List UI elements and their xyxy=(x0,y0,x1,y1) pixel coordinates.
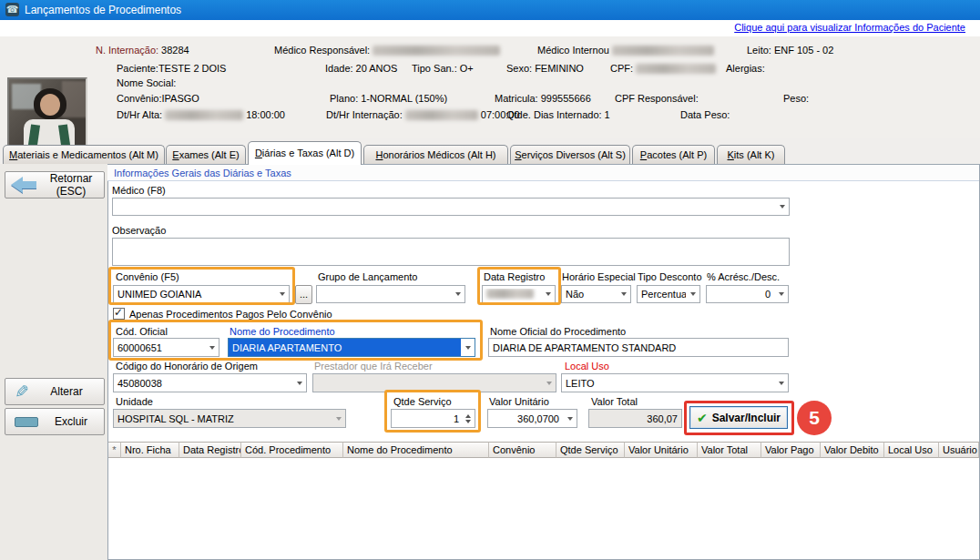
grid-col-valor-debito[interactable]: Valor Debito xyxy=(821,442,884,458)
redacted-value xyxy=(165,110,243,120)
grid-col-qtde-servico[interactable]: Qtde Serviço xyxy=(556,442,625,458)
observacao-input[interactable] xyxy=(112,238,790,266)
dropdown-arrow-icon xyxy=(451,286,464,302)
apenas-convenio-label: Apenas Procedimentos Pagos Pelo Convênio xyxy=(129,309,332,320)
tab-servicos-diversos[interactable]: Serviços Diversos (Alt S) xyxy=(510,145,630,164)
tab-honorarios-medicos[interactable]: Honorários Médicos (Alt H) xyxy=(363,145,508,164)
convenio-combobox[interactable]: UNIMED GOIANIA xyxy=(113,285,290,303)
observacao-label: Observação xyxy=(112,225,166,236)
dropdown-arrow-icon xyxy=(563,410,577,427)
medico-combobox[interactable] xyxy=(112,198,790,216)
nome-oficial-input[interactable]: DIARIA DE APARTAMENTO STANDARD xyxy=(488,338,789,357)
window-title: Lançamentos de Procedimentos xyxy=(25,4,181,16)
tab-diarias-taxas[interactable]: Diárias e Taxas (Alt D) xyxy=(248,141,362,165)
pencil-icon: ✎ xyxy=(15,382,29,402)
grid-col-convenio[interactable]: Convênio xyxy=(489,442,556,458)
grid-col-nome-procedimento[interactable]: Nome do Procedimento xyxy=(343,442,489,458)
link-strip: Clique aqui para visualizar Informações … xyxy=(0,20,980,36)
delete-bar-icon xyxy=(15,417,38,427)
grid-col-valor-pago[interactable]: Valor Pago xyxy=(761,442,821,458)
row-selector-icon: * xyxy=(108,442,121,458)
nome-oficial-label: Nome Oficial do Procedimento xyxy=(490,326,626,337)
grid-col-data-registro[interactable]: Data Registro xyxy=(179,442,241,458)
nome-procedimento-label: Nome do Procedimento xyxy=(230,326,335,337)
dropdown-arrow-icon xyxy=(775,199,789,215)
retornar-button[interactable]: Retornar (ESC) xyxy=(5,171,105,199)
cod-honorario-combobox[interactable]: 45080038 xyxy=(113,373,307,392)
dropdown-arrow-icon xyxy=(292,374,306,392)
data-peso: Data Peso: xyxy=(680,109,730,120)
grid-col-cod-procedimento[interactable]: Cód. Procedimento xyxy=(241,442,343,458)
grid-col-valor-total[interactable]: Valor Total xyxy=(698,442,761,458)
dropdown-arrow-icon xyxy=(461,339,475,356)
grupo-lancamento-combobox[interactable] xyxy=(316,285,465,303)
n-internacao: N. Internação:38284 xyxy=(96,45,189,56)
app-window: ☎ Lançamentos de Procedimentos Clique aq… xyxy=(0,0,980,560)
medico-label: Médico (F8) xyxy=(112,185,166,196)
horario-especial-combobox[interactable]: Não xyxy=(561,285,631,303)
sidebar xyxy=(0,164,107,560)
sexo: Sexo:FEMININO xyxy=(506,63,584,74)
redacted-value xyxy=(373,46,500,56)
cod-oficial-combobox[interactable]: 60000651 xyxy=(113,338,219,357)
tab-materiais-medicamentos[interactable]: Materiais e Medicamentos (Alt M) xyxy=(3,145,165,164)
tab-kits[interactable]: Kits (Alt K) xyxy=(717,145,785,164)
title-bar: ☎ Lançamentos de Procedimentos xyxy=(0,0,980,20)
dropdown-arrow-icon xyxy=(332,410,345,427)
apenas-convenio-checkbox[interactable]: ✓ xyxy=(113,308,125,320)
tab-pacotes[interactable]: Pacotes (Alt P) xyxy=(632,145,715,164)
data-registro-combobox[interactable] xyxy=(482,285,556,303)
tipo-sanguineo: Tipo San.:O+ xyxy=(412,63,474,74)
medico-responsavel: Médico Responsável: xyxy=(274,45,500,56)
grid-col-local-uso[interactable]: Local Uso xyxy=(884,442,939,458)
prestador-label: Prestador que Irá Receber xyxy=(314,361,433,372)
nome-procedimento-combobox[interactable]: DIARIA APARTAMENTO xyxy=(228,338,475,357)
acresc-desc-label: % Acrésc./Desc. xyxy=(707,271,780,282)
tipo-desconto-combobox[interactable]: Percentual xyxy=(637,285,700,303)
redacted-value xyxy=(405,110,478,120)
valor-total-label: Valor Total xyxy=(591,396,638,407)
patient-photo xyxy=(7,77,87,150)
acresc-desc-combobox[interactable]: 0 xyxy=(706,285,789,303)
local-uso-combobox[interactable]: LEITO xyxy=(561,373,789,392)
section-title: Informações Gerais das Diárias e Taxas xyxy=(107,165,979,181)
qtde-servico-stepper[interactable]: 1 xyxy=(391,409,475,428)
valor-total-field: 360,07 xyxy=(588,409,682,428)
grid-col-valor-unitario[interactable]: Valor Unitário xyxy=(625,442,698,458)
prestador-combobox xyxy=(312,373,556,392)
dropdown-arrow-icon xyxy=(275,286,289,302)
grid-col-nro-ficha[interactable]: Nro. Ficha xyxy=(121,442,179,458)
redacted-value xyxy=(636,64,716,74)
matricula: Matricula:999555666 xyxy=(495,93,591,104)
spinner-arrows-icon[interactable] xyxy=(462,410,475,427)
plano: Plano:1-NORMAL (150%) xyxy=(330,93,447,104)
data-registro-label: Data Registro xyxy=(484,271,545,282)
patient-info-link[interactable]: Clique aqui para visualizar Informações … xyxy=(734,22,965,33)
dropdown-arrow-icon xyxy=(205,339,219,356)
nome-social: Nome Social: xyxy=(117,77,176,88)
dthr-alta: Dt/Hr Alta:18:00:00 xyxy=(117,109,285,120)
cod-honorario-label: Código do Honorário de Origem xyxy=(116,361,258,372)
excluir-button[interactable]: Excluir xyxy=(5,408,105,435)
alterar-button[interactable]: ✎ Alterar xyxy=(5,378,105,405)
medico-internou: Médico Internou xyxy=(537,45,714,56)
unidade-combobox: HOSPITAL SQL - MATRIZ xyxy=(113,409,346,428)
cod-oficial-label: Cód. Oficial xyxy=(116,326,168,337)
peso: Peso: xyxy=(783,93,809,104)
salvar-incluir-button[interactable]: ✔ Salvar/Incluir xyxy=(689,406,788,429)
qtde-dias-internado: Qtde. Dias Internado:1 xyxy=(506,109,610,120)
redacted-value xyxy=(612,46,714,56)
dropdown-arrow-icon xyxy=(617,286,630,302)
grid-header: * Nro. Ficha Data Registro Cód. Procedim… xyxy=(108,442,979,458)
convenio-paciente: Convênio:IPASGO xyxy=(117,93,199,104)
dropdown-arrow-icon xyxy=(541,286,555,302)
step-badge: 5 xyxy=(797,401,832,435)
dropdown-arrow-icon xyxy=(774,374,788,392)
grid-col-usuario[interactable]: Usuário xyxy=(939,442,979,458)
valor-unitario-combobox[interactable]: 360,0700 xyxy=(487,409,577,428)
green-check-icon: ✔ xyxy=(697,411,708,425)
tipo-desconto-label: Tipo Desconto xyxy=(638,271,702,282)
tab-exames[interactable]: Exames (Alt E) xyxy=(166,145,246,164)
browse-button[interactable]: ... xyxy=(295,285,312,304)
local-uso-label: Local Uso xyxy=(565,361,609,372)
